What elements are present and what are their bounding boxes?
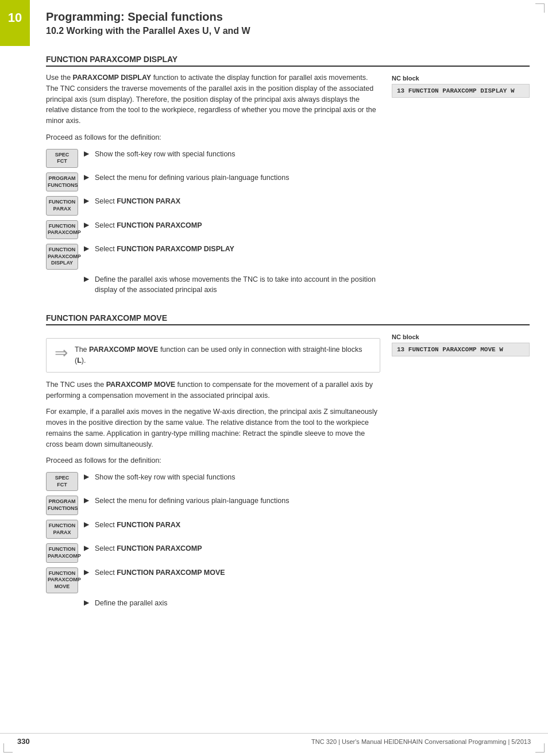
section1-heading: FUNCTION PARAXCOMP DISPLAY	[46, 55, 530, 67]
step-text: Show the soft-key row with special funct…	[95, 149, 380, 159]
step-row: FUNCTIONPARAXCOMPDISPLAY ▶ Select FUNCTI…	[46, 244, 380, 270]
footer-page-number: 330	[17, 737, 30, 746]
step-row: FUNCTIONPARAX ▶ Select FUNCTION PARAX	[46, 520, 380, 539]
key-function-paraxcomp-display: FUNCTIONPARAXCOMPDISPLAY	[46, 244, 78, 270]
step-text: Select the menu for defining various pla…	[95, 496, 380, 506]
section2-heading: FUNCTION PARAXCOMP MOVE	[46, 313, 530, 325]
nc-block-code-2: 13 FUNCTION PARAXCOMP MOVE W	[392, 343, 530, 356]
note-text: The PARAXCOMP MOVE function can be used …	[75, 344, 372, 366]
step-row: FUNCTIONPARAXCOMP ▶ Select FUNCTION PARA…	[46, 543, 380, 562]
key-function-paraxcomp: FUNCTIONPARAXCOMP	[46, 220, 78, 239]
section2: FUNCTION PARAXCOMP MOVE ⇒ The PARAXCOMP …	[46, 313, 530, 612]
key-function-parax: FUNCTIONPARAX	[46, 196, 78, 215]
section1: FUNCTION PARAXCOMP DISPLAY Use the PARAX…	[46, 55, 530, 300]
step-text: Define the parallel axis	[95, 598, 380, 608]
chapter-number: 10	[8, 10, 22, 25]
step-arrow: ▶	[84, 244, 89, 252]
note-arrow-icon: ⇒	[55, 343, 68, 362]
step-text: Select FUNCTION PARAX	[95, 520, 380, 530]
step-arrow: ▶	[84, 598, 89, 607]
step-arrow: ▶	[84, 496, 89, 504]
step-row: SPECFCT ▶ Show the soft-key row with spe…	[46, 149, 380, 168]
section1-steps: SPECFCT ▶ Show the soft-key row with spe…	[46, 149, 380, 296]
footer-info: TNC 320 | User's Manual HEIDENHAIN Conve…	[311, 738, 531, 745]
nc-block-label-2: NC block	[392, 333, 530, 340]
note-box: ⇒ The PARAXCOMP MOVE function can be use…	[46, 338, 380, 373]
page-footer: 330 TNC 320 | User's Manual HEIDENHAIN C…	[0, 733, 548, 746]
nc-block-code: 13 FUNCTION PARAXCOMP DISPLAY W	[392, 84, 530, 98]
step-arrow: ▶	[84, 544, 89, 552]
step-text: Select FUNCTION PARAXCOMP MOVE	[95, 567, 380, 578]
step-row: FUNCTIONPARAXCOMP ▶ Select FUNCTION PARA…	[46, 220, 380, 239]
step-row: ▶ Define the parallel axis	[46, 598, 380, 608]
step-text: Select FUNCTION PARAXCOMP	[95, 543, 380, 554]
step-arrow: ▶	[84, 221, 89, 229]
section2-steps: SPECFCT ▶ Show the soft-key row with spe…	[46, 472, 380, 608]
corner-tr	[535, 3, 545, 13]
key-program-functions: PROGRAMFUNCTIONS	[46, 172, 78, 191]
step-row: ▶ Define the parallel axis whose movemen…	[46, 274, 380, 295]
key-program-functions-2: PROGRAMFUNCTIONS	[46, 496, 78, 515]
key-spec-fct: SPECFCT	[46, 149, 78, 168]
step-text: Select the menu for defining various pla…	[95, 172, 380, 183]
section1-proceed: Proceed as follows for the definition:	[46, 132, 380, 143]
section1-nc-col: NC block 13 FUNCTION PARAXCOMP DISPLAY W	[392, 72, 530, 300]
section2-proceed: Proceed as follows for the definition:	[46, 455, 380, 466]
step-text: Select FUNCTION PARAXCOMP DISPLAY	[95, 244, 380, 254]
section2-body1: The TNC uses the PARAXCOMP MOVE function…	[46, 379, 380, 401]
step-arrow: ▶	[84, 520, 89, 528]
step-arrow: ▶	[84, 197, 89, 205]
key-function-parax-2: FUNCTIONPARAX	[46, 520, 78, 539]
step-text: Select FUNCTION PARAX	[95, 196, 380, 206]
step-arrow: ▶	[84, 473, 89, 481]
step-text: Show the soft-key row with special funct…	[95, 472, 380, 482]
step-text: Select FUNCTION PARAXCOMP	[95, 220, 380, 231]
section1-intro: Use the PARAXCOMP DISPLAY function to ac…	[46, 72, 380, 126]
step-arrow: ▶	[84, 568, 89, 576]
step-arrow: ▶	[84, 275, 89, 283]
step-row: PROGRAMFUNCTIONS ▶ Select the menu for d…	[46, 172, 380, 191]
step-row: FUNCTIONPARAXCOMPMOVE ▶ Select FUNCTION …	[46, 567, 380, 593]
section2-nc-block: NC block 13 FUNCTION PARAXCOMP MOVE W	[392, 333, 530, 356]
section2-body2: For example, if a parallel axis moves in…	[46, 406, 380, 450]
key-function-paraxcomp-2: FUNCTIONPARAXCOMP	[46, 543, 78, 562]
main-title: Programming: Special functions	[46, 10, 530, 24]
section2-nc-col: NC block 13 FUNCTION PARAXCOMP MOVE W	[392, 331, 530, 612]
step-arrow: ▶	[84, 149, 89, 158]
step-text: Define the parallel axis whose movements…	[95, 274, 380, 295]
step-row: FUNCTIONPARAX ▶ Select FUNCTION PARAX	[46, 196, 380, 215]
key-function-paraxcomp-move: FUNCTIONPARAXCOMPMOVE	[46, 567, 78, 593]
step-row: PROGRAMFUNCTIONS ▶ Select the menu for d…	[46, 496, 380, 515]
nc-block-label: NC block	[392, 75, 530, 82]
section1-nc-block: NC block 13 FUNCTION PARAXCOMP DISPLAY W	[392, 75, 530, 98]
key-spec-fct-2: SPECFCT	[46, 472, 78, 491]
chapter-tab: 10	[0, 0, 30, 46]
sub-title: 10.2 Working with the Parallel Axes U, V…	[46, 26, 530, 36]
step-arrow: ▶	[84, 173, 89, 181]
step-row: SPECFCT ▶ Show the soft-key row with spe…	[46, 472, 380, 491]
